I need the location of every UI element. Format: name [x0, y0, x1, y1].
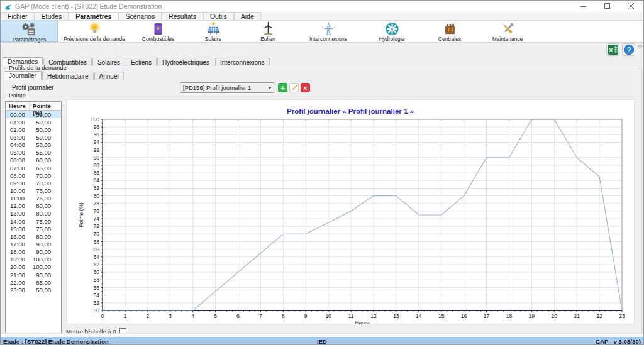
add-profile-button[interactable]: +: [278, 83, 287, 92]
toolbar-item-solaire[interactable]: Solaire: [186, 21, 241, 42]
chevrons-icon[interactable]: <>: [638, 43, 642, 49]
export-excel-button[interactable]: X: [606, 43, 619, 56]
table-row[interactable]: 19:00100,00: [6, 256, 61, 263]
tab-hydroelectriques[interactable]: Hydroélectriques: [157, 58, 214, 66]
toolbar-item-parametrages[interactable]: Paramétrages: [1, 21, 58, 42]
status-bar: Etude : [ST022] Etude Demonstration IED …: [1, 337, 643, 345]
toolbar-item-hydrologie[interactable]: Hydrologie: [362, 21, 422, 42]
table-row[interactable]: 20:00100,00: [6, 263, 61, 271]
table-row[interactable]: 09:0070,00: [6, 179, 61, 187]
gears-icon: [21, 22, 37, 37]
cell-heure: 12:00: [6, 202, 30, 209]
menu-item-scenarios[interactable]: Scénarios: [118, 12, 162, 20]
table-row[interactable]: 16:0080,00: [6, 233, 61, 240]
table-row[interactable]: 10:0073,00: [6, 187, 61, 194]
subtab-hebdomadaire[interactable]: Hebdomadaire: [42, 72, 94, 80]
cell-heure: 22:00: [6, 279, 30, 286]
toolbar-item-label: Centrales: [438, 36, 461, 42]
cell-pointe: 90,00: [30, 271, 61, 278]
pointe-table: Heure Pointe (%) 00:0050,0001:0050,0002:…: [5, 101, 62, 340]
cell-pointe: 76,00: [30, 195, 61, 202]
delete-profile-button[interactable]: ×: [301, 83, 310, 92]
svg-text:76: 76: [94, 208, 100, 214]
svg-text:X: X: [609, 47, 613, 53]
svg-text:70: 70: [94, 231, 100, 237]
edit-profile-button[interactable]: [289, 83, 299, 92]
table-row[interactable]: 11:0076,00: [6, 195, 61, 202]
menu-bar: FichierEtudesParamètresScénariosRésultat…: [1, 12, 643, 21]
svg-text:22: 22: [596, 313, 602, 319]
toolbar-item-maintenance[interactable]: Maintenance: [477, 21, 538, 42]
table-row[interactable]: 23:0050,00: [6, 286, 61, 293]
profil-journalier-select[interactable]: [PD156] Profil journalier 1: [180, 82, 274, 93]
profil-journalier-value: [PD156] Profil journalier 1: [183, 84, 251, 91]
menu-item-outils[interactable]: Outils: [203, 12, 234, 20]
maximize-button[interactable]: [596, 1, 619, 12]
table-row[interactable]: 03:0050,00: [6, 133, 61, 141]
cell-heure: 16:00: [6, 233, 30, 240]
toolbar-item-label: Hydrologie: [379, 36, 405, 42]
cell-heure: 06:00: [6, 156, 30, 163]
svg-text:19: 19: [529, 313, 535, 319]
minimize-button[interactable]: [572, 1, 596, 12]
cell-heure: 10:00: [6, 187, 30, 194]
table-row[interactable]: 13:0080,00: [6, 210, 61, 217]
svg-text:100: 100: [91, 116, 99, 123]
table-row[interactable]: 21:0090,00: [6, 271, 61, 278]
table-row[interactable]: 06:0060,00: [6, 156, 61, 164]
table-row[interactable]: 14:0075,00: [6, 217, 61, 225]
subtab-journalier[interactable]: Journalier: [4, 71, 42, 80]
svg-text:56: 56: [94, 285, 100, 291]
menu-item-etudes[interactable]: Etudes: [35, 12, 69, 20]
table-row[interactable]: 22:0085,00: [6, 278, 61, 286]
toolbar-item-combustibles[interactable]: Combustibles: [131, 21, 186, 42]
svg-text:96: 96: [94, 131, 100, 138]
svg-text:15: 15: [438, 313, 445, 319]
chart-title: Profil journalier « Profil journalier 1 …: [67, 107, 634, 115]
svg-text:7: 7: [259, 313, 262, 319]
close-button[interactable]: [619, 1, 643, 12]
svg-text:98: 98: [94, 124, 100, 130]
menu-item-fichier[interactable]: Fichier: [1, 12, 35, 20]
svg-text:12: 12: [370, 313, 377, 319]
table-row[interactable]: 12:0080,00: [6, 202, 61, 210]
help-button[interactable]: ?: [622, 43, 635, 56]
table-row[interactable]: 04:0050,00: [6, 141, 61, 149]
table-row[interactable]: 02:0050,00: [6, 126, 61, 133]
menu-item-resultats[interactable]: Résultats: [162, 12, 203, 20]
svg-text:18: 18: [506, 313, 513, 319]
cell-heure: 11:00: [6, 195, 30, 202]
toolbar-item-previsions-de-la-demande[interactable]: Prévisions de la demande: [58, 21, 131, 42]
svg-text:88: 88: [94, 162, 100, 168]
table-row[interactable]: 08:0070,00: [6, 172, 61, 179]
menu-item-parametres[interactable]: Paramètres: [69, 12, 118, 20]
toolbar-item-interconnexions[interactable]: Interconnexions: [295, 21, 362, 42]
cell-pointe: 55,00: [30, 149, 61, 156]
cell-heure: 20:00: [6, 263, 30, 270]
bulb-icon: [87, 21, 103, 36]
menu-item-aide[interactable]: Aide: [234, 12, 261, 20]
table-row[interactable]: 00:0050,00: [6, 111, 61, 118]
cell-pointe: 75,00: [30, 226, 61, 233]
table-row[interactable]: 07:0065,00: [6, 164, 61, 172]
svg-text:78: 78: [94, 200, 100, 207]
svg-text:16: 16: [461, 313, 467, 319]
cell-heure: 03:00: [6, 134, 30, 141]
cell-heure: 01:00: [6, 119, 30, 126]
toolbar-item-centrales[interactable]: Centrales: [422, 21, 477, 42]
tab-interconnexions[interactable]: Interconnexions: [215, 58, 270, 66]
table-row[interactable]: 15:0075,00: [6, 225, 61, 233]
table-row[interactable]: 17:0090,00: [6, 240, 61, 248]
toolbar-item-eolien[interactable]: Eolien: [241, 21, 295, 42]
toolbar-item-label: Interconnexions: [309, 36, 347, 42]
table-row[interactable]: 01:0050,00: [6, 118, 61, 126]
subtab-annuel[interactable]: Annuel: [94, 72, 124, 80]
table-row[interactable]: 05:0055,00: [6, 149, 61, 156]
tab-solaires[interactable]: Solaires: [92, 58, 125, 66]
tab-eoliens[interactable]: Eoliens: [126, 58, 157, 66]
svg-text:1: 1: [124, 313, 127, 319]
turbine-icon: [384, 21, 400, 36]
cell-heure: 08:00: [6, 172, 30, 179]
app-icon: [4, 3, 12, 10]
table-row[interactable]: 18:0090,00: [6, 248, 61, 256]
